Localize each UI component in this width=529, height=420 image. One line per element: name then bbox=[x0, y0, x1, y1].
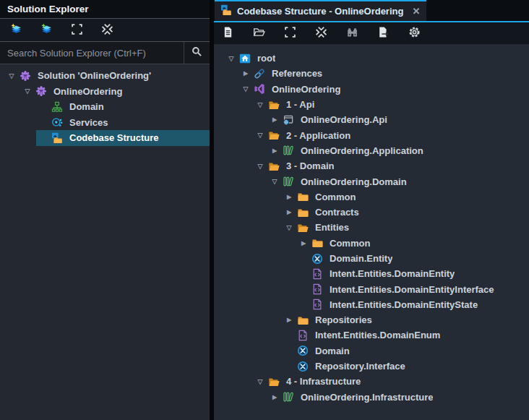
tree-item-content[interactable]: ▶Contracts bbox=[282, 205, 529, 220]
tree-item-content[interactable]: ▽OnlineOrdering bbox=[20, 84, 210, 100]
solution-tree: ▽Solution 'OnlineOrdering'▽OnlineOrderin… bbox=[0, 64, 210, 420]
tree-item-onlineordering[interactable]: ▽OnlineOrdering bbox=[214, 82, 529, 97]
expand-arrow[interactable]: ▽ bbox=[238, 85, 253, 93]
export-icon bbox=[377, 26, 390, 40]
tree-item-entities[interactable]: ▽Entities bbox=[214, 220, 529, 235]
tree-item-onlineordering-infrastructure[interactable]: ▶OnlineOrdering.Infrastructure bbox=[214, 390, 529, 405]
tree-item-domain[interactable]: Domain bbox=[0, 99, 210, 115]
search-button[interactable] bbox=[184, 42, 210, 64]
expand-arrow[interactable]: ▽ bbox=[20, 87, 35, 95]
tree-item-content[interactable]: Intent.Entities.DomainEnum bbox=[282, 327, 529, 343]
tree-item-content[interactable]: Services bbox=[36, 115, 210, 131]
tree-item-content[interactable]: Domain.Entity bbox=[296, 251, 529, 266]
tree-item-content[interactable]: Intent.Entities.DomainEntity bbox=[296, 266, 529, 281]
tree-item-content[interactable]: ▽OnlineOrdering.Domain bbox=[267, 173, 529, 189]
expand-arrow[interactable]: ▶ bbox=[267, 116, 282, 123]
tab-close-button[interactable]: ✕ bbox=[412, 6, 420, 17]
tree-item-content[interactable]: ▽3 - Domain bbox=[253, 158, 529, 173]
code-file-icon bbox=[311, 299, 324, 310]
tree-item-content[interactable]: Intent.Entities.DomainEntityState bbox=[296, 297, 529, 312]
tree-item-content[interactable]: ▶Common bbox=[282, 189, 529, 205]
tree-item-label: References bbox=[272, 68, 322, 79]
settings-button[interactable] bbox=[404, 24, 424, 43]
tree-item-common[interactable]: ▶Common bbox=[214, 189, 529, 205]
expand-arrow[interactable]: ▽ bbox=[253, 163, 267, 170]
tree-item-3-domain[interactable]: ▽3 - Domain bbox=[214, 158, 529, 173]
tree-item-repositories[interactable]: ▶Repositories bbox=[214, 312, 529, 327]
expand-arrow[interactable]: ▽ bbox=[224, 55, 238, 62]
tree-item-content[interactable]: ▽Solution 'OnlineOrdering' bbox=[4, 68, 210, 84]
tree-item-intent-entities-domainentitystate[interactable]: Intent.Entities.DomainEntityState bbox=[214, 297, 529, 312]
tree-item-content[interactable]: Codebase Structure bbox=[36, 130, 210, 146]
expand-arrow[interactable]: ▶ bbox=[267, 147, 282, 154]
tree-item-services[interactable]: Services bbox=[0, 115, 210, 131]
folder-closed-icon bbox=[296, 314, 309, 326]
expand-arrow[interactable]: ▶ bbox=[282, 194, 296, 200]
collapse-all-icon bbox=[101, 23, 113, 38]
expand-all-button[interactable] bbox=[280, 24, 300, 43]
tree-item-content[interactable]: ▽4 - Infrastructure bbox=[253, 374, 529, 389]
tree-item-content[interactable]: Intent.Entities.DomainEntityInterface bbox=[296, 281, 529, 296]
tree-item-intent-entities-domainentity[interactable]: Intent.Entities.DomainEntity bbox=[214, 266, 529, 281]
tree-item-4-infrastructure[interactable]: ▽4 - Infrastructure bbox=[214, 374, 529, 389]
tree-item-solution-onlineordering[interactable]: ▽Solution 'OnlineOrdering' bbox=[0, 68, 210, 84]
search-row bbox=[0, 42, 210, 64]
expand-arrow[interactable]: ▽ bbox=[253, 101, 267, 108]
tree-item-label: Repositories bbox=[315, 314, 372, 325]
tree-item-2-application[interactable]: ▽2 - Application bbox=[214, 127, 529, 142]
tree-item-content[interactable]: ▽root bbox=[224, 51, 529, 66]
collapse-all-button[interactable] bbox=[97, 21, 117, 40]
tree-item-label: OnlineOrdering bbox=[272, 84, 340, 95]
tree-item-content[interactable]: ▽2 - Application bbox=[253, 127, 529, 142]
tree-item-onlineordering[interactable]: ▽OnlineOrdering bbox=[0, 84, 210, 100]
tree-item-label: Contracts bbox=[315, 207, 359, 218]
tree-item-root[interactable]: ▽root bbox=[214, 51, 529, 66]
tree-item-content[interactable]: Repository.Interface bbox=[282, 359, 529, 374]
add-view-layers-button[interactable] bbox=[36, 21, 56, 40]
new-view-layers-button[interactable] bbox=[6, 21, 26, 40]
tree-item-label: Solution 'OnlineOrdering' bbox=[38, 70, 151, 81]
tree-item-content[interactable]: ▶Repositories bbox=[282, 312, 529, 327]
tree-item-domain-entity[interactable]: Domain.Entity bbox=[214, 251, 529, 266]
find-button[interactable] bbox=[342, 24, 362, 43]
tree-item-content[interactable]: Domain bbox=[282, 343, 529, 359]
expand-arrow[interactable]: ▽ bbox=[4, 72, 19, 80]
tree-item-content[interactable]: ▶References bbox=[238, 66, 529, 81]
tree-item-content[interactable]: Domain bbox=[36, 99, 210, 115]
tree-item-onlineordering-application[interactable]: ▶OnlineOrdering.Application bbox=[214, 143, 529, 158]
expand-all-button[interactable] bbox=[66, 21, 87, 40]
expand-arrow[interactable]: ▶ bbox=[282, 209, 296, 215]
tree-item-content[interactable]: ▶OnlineOrdering.Api bbox=[267, 112, 529, 127]
tab-codebase-structure[interactable]: Codebase Structure - OnlineOrdering ✕ bbox=[215, 0, 426, 21]
tree-item-references[interactable]: ▶References bbox=[214, 66, 529, 81]
expand-arrow[interactable]: ▽ bbox=[253, 378, 267, 385]
tree-item-content[interactable]: ▽Entities bbox=[282, 220, 529, 235]
tree-item-content[interactable]: ▽OnlineOrdering bbox=[238, 82, 529, 97]
tree-item-content[interactable]: ▶Common bbox=[296, 236, 529, 251]
tree-item-onlineordering-api[interactable]: ▶OnlineOrdering.Api bbox=[214, 112, 529, 127]
export-button[interactable] bbox=[373, 24, 393, 43]
tree-item-intent-entities-domainenum[interactable]: Intent.Entities.DomainEnum bbox=[214, 327, 529, 343]
expand-arrow[interactable]: ▶ bbox=[282, 317, 296, 323]
expand-arrow[interactable]: ▽ bbox=[267, 178, 282, 185]
tree-item-common[interactable]: ▶Common bbox=[214, 236, 529, 251]
expand-arrow[interactable]: ▶ bbox=[238, 70, 253, 77]
expand-arrow[interactable]: ▶ bbox=[296, 240, 311, 247]
tree-item-1-api[interactable]: ▽1 - Api bbox=[214, 97, 529, 112]
tree-item-onlineordering-domain[interactable]: ▽OnlineOrdering.Domain bbox=[214, 173, 529, 189]
tree-item-codebase-structure[interactable]: Codebase Structure bbox=[0, 130, 210, 146]
new-file-button[interactable] bbox=[218, 24, 238, 43]
tree-item-content[interactable]: ▶OnlineOrdering.Application bbox=[267, 143, 529, 158]
tree-item-contracts[interactable]: ▶Contracts bbox=[214, 205, 529, 220]
expand-arrow[interactable]: ▽ bbox=[282, 224, 296, 231]
tree-item-content[interactable]: ▽1 - Api bbox=[253, 97, 529, 112]
tree-item-domain[interactable]: Domain bbox=[214, 343, 529, 359]
collapse-all-button[interactable] bbox=[311, 24, 331, 43]
tree-item-content[interactable]: ▶OnlineOrdering.Infrastructure bbox=[267, 390, 529, 405]
tree-item-repository-interface[interactable]: Repository.Interface bbox=[214, 359, 529, 374]
search-input[interactable] bbox=[0, 42, 184, 64]
open-folder-button[interactable] bbox=[249, 24, 269, 43]
expand-arrow[interactable]: ▶ bbox=[267, 394, 282, 400]
expand-arrow[interactable]: ▽ bbox=[253, 132, 267, 139]
tree-item-intent-entities-domainentityinterface[interactable]: Intent.Entities.DomainEntityInterface bbox=[214, 281, 529, 296]
